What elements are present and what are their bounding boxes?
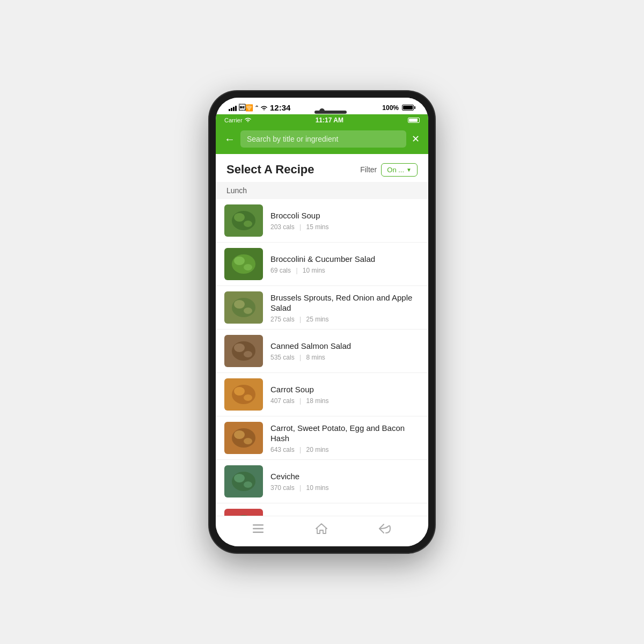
recipe-name: Ceviche	[270, 471, 420, 482]
svg-point-22	[234, 430, 245, 439]
carrier-name: Carrier	[224, 117, 243, 123]
menu-nav-icon[interactable]	[252, 523, 265, 537]
recipe-time: 20 mins	[306, 446, 329, 453]
recipe-name: Carrot, Sweet Potato, Egg and Bacon Hash	[270, 423, 420, 444]
svg-point-19	[244, 394, 252, 401]
filter-label: Filter	[360, 165, 377, 174]
meta-separator: |	[299, 484, 301, 492]
carrier-status-bar: Carrier 11:17 AM	[216, 114, 428, 126]
svg-rect-32	[253, 524, 264, 526]
meta-separator: |	[296, 267, 297, 274]
svg-point-17	[232, 385, 255, 404]
recipe-cals: 407 cals	[270, 397, 295, 405]
svg-point-2	[234, 213, 245, 222]
recipe-meta: 203 cals | 15 mins	[270, 223, 420, 231]
content-area: Select A Recipe Filter On ... ▼ Lunch	[216, 154, 428, 516]
svg-rect-33	[253, 528, 264, 530]
recipe-thumbnail	[224, 465, 263, 497]
svg-point-15	[244, 351, 252, 357]
section-label: Lunch	[226, 186, 247, 195]
recipe-info: Carrot, Sweet Potato, Egg and Bacon Hash…	[270, 423, 420, 453]
svg-point-5	[232, 254, 255, 274]
meta-separator: |	[299, 316, 301, 323]
meta-separator: |	[299, 223, 301, 231]
filter-button[interactable]: On ... ▼	[381, 163, 418, 177]
clear-search-button[interactable]: ✕	[412, 133, 420, 145]
wifi-icon: 🛜	[239, 104, 253, 112]
list-item[interactable]: Carrot, Sweet Potato, Egg and Bacon Hash…	[216, 416, 428, 460]
svg-point-7	[244, 264, 252, 270]
svg-point-23	[244, 438, 252, 444]
recipe-info: Canned Salmon Salad 535 cals | 8 mins	[270, 341, 420, 361]
battery-icon	[402, 105, 415, 111]
home-nav-icon[interactable]	[315, 523, 328, 538]
back-nav-icon[interactable]	[378, 523, 392, 537]
svg-rect-34	[253, 532, 264, 533]
recipe-list: Broccoli Soup 203 cals | 15 mins Broccol…	[216, 199, 428, 516]
recipe-meta: 643 cals | 20 mins	[270, 446, 420, 453]
carrier-battery	[408, 118, 420, 123]
recipe-cals: 69 cals	[270, 267, 291, 274]
recipe-thumbnail	[224, 291, 263, 324]
list-item[interactable]: Ceviche 370 cals | 10 mins	[216, 460, 428, 503]
svg-point-9	[232, 298, 255, 317]
svg-point-11	[244, 308, 252, 314]
svg-marker-35	[316, 524, 327, 533]
recipe-meta: 275 cals | 25 mins	[270, 316, 420, 323]
svg-point-25	[232, 472, 255, 491]
svg-point-27	[244, 481, 252, 488]
recipe-info: Brussels Sprouts, Red Onion and Apple Sa…	[270, 292, 420, 323]
list-item[interactable]: Chef Salad 487 cals | 5 mins	[216, 503, 428, 516]
wifi-icon-svg	[260, 105, 268, 111]
recipe-time: 18 mins	[306, 397, 329, 405]
list-item[interactable]: Broccoli Soup 203 cals | 15 mins	[216, 199, 428, 243]
recipe-info: Carrot Soup 407 cals | 18 mins	[270, 384, 420, 405]
system-time: 12:34	[270, 103, 290, 112]
svg-rect-28	[224, 509, 263, 516]
speaker-bar	[314, 111, 347, 114]
filter-value: On ...	[387, 166, 404, 174]
list-item[interactable]: Carrot Soup 407 cals | 18 mins	[216, 373, 428, 416]
recipe-info: Ceviche 370 cals | 10 mins	[270, 471, 420, 492]
status-right: 100%	[382, 104, 415, 112]
recipe-name: Broccolini & Cucumber Salad	[270, 254, 420, 265]
recipe-thumbnail	[224, 509, 263, 516]
recipe-header: Select A Recipe Filter On ... ▼	[216, 154, 428, 182]
recipe-info: Broccolini & Cucumber Salad 69 cals | 10…	[270, 254, 420, 274]
search-input[interactable]	[240, 130, 406, 148]
recipe-cals: 535 cals	[270, 354, 295, 361]
filter-area: Filter On ... ▼	[360, 163, 418, 177]
page-title: Select A Recipe	[226, 163, 314, 177]
svg-point-6	[234, 257, 245, 265]
recipe-time: 8 mins	[306, 354, 325, 361]
meta-separator: |	[299, 397, 301, 405]
recipe-meta: 69 cals | 10 mins	[270, 267, 420, 274]
phone-device: 🛜 ᵔ 12:34 100%	[209, 91, 435, 553]
recipe-time: 10 mins	[303, 267, 325, 274]
carrier-time: 11:17 AM	[316, 116, 343, 124]
svg-point-26	[234, 474, 245, 482]
signal-bars-icon	[229, 105, 237, 111]
recipe-cals: 643 cals	[270, 446, 295, 453]
back-button[interactable]: ←	[224, 133, 235, 145]
list-item[interactable]: Broccolini & Cucumber Salad 69 cals | 10…	[216, 243, 428, 286]
status-left: 🛜 ᵔ 12:34	[229, 103, 290, 112]
recipe-cals: 275 cals	[270, 316, 295, 323]
recipe-info: Broccoli Soup 203 cals | 15 mins	[270, 210, 420, 231]
recipe-name: Broccoli Soup	[270, 210, 420, 221]
recipe-thumbnail	[224, 422, 263, 454]
battery-percent: 100%	[382, 104, 399, 112]
recipe-meta: 535 cals | 8 mins	[270, 354, 420, 361]
svg-point-21	[232, 428, 255, 448]
recipe-thumbnail	[224, 204, 263, 237]
recipe-thumbnail	[224, 378, 263, 411]
recipe-time: 25 mins	[306, 316, 329, 323]
recipe-meta: 370 cals | 10 mins	[270, 484, 420, 492]
bottom-nav	[216, 516, 428, 546]
recipe-meta: 407 cals | 18 mins	[270, 397, 420, 405]
list-item[interactable]: Canned Salmon Salad 535 cals | 8 mins	[216, 330, 428, 373]
section-header: Lunch	[216, 182, 428, 199]
list-item[interactable]: Brussels Sprouts, Red Onion and Apple Sa…	[216, 286, 428, 330]
recipe-time: 15 mins	[306, 223, 329, 231]
chevron-down-icon: ▼	[406, 167, 412, 173]
